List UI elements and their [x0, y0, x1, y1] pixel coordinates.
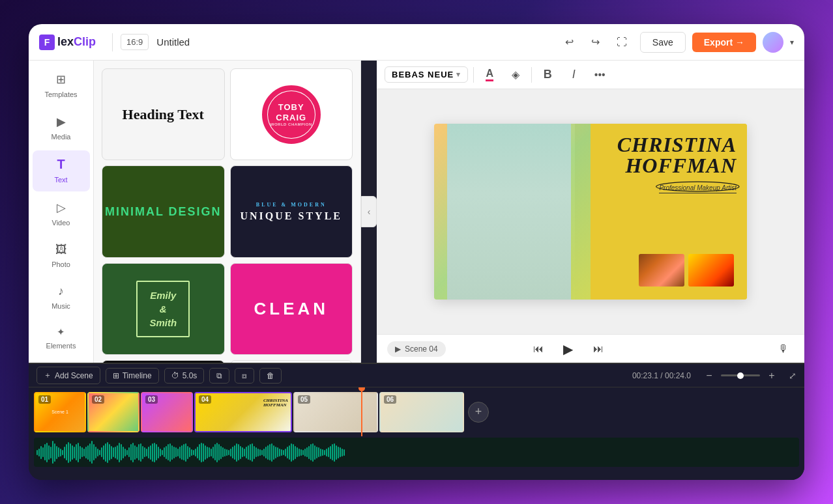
bold-button[interactable]: B [537, 64, 558, 85]
canvas-preview[interactable]: CHRISTINA HOFFMAN Professional Makeup Ar… [434, 124, 747, 300]
sidebar-label-elements: Elements [46, 342, 76, 350]
font-selector[interactable]: BEBAS NEUE ▾ [385, 66, 468, 83]
template-card-heading-text[interactable]: Heading Text [102, 68, 225, 160]
wave-bar [68, 442, 69, 463]
wave-bar [132, 443, 134, 462]
scene-thumb-3[interactable]: 03 [141, 392, 193, 432]
sidebar-item-text[interactable]: T Text [33, 150, 90, 191]
wave-bar [138, 444, 139, 460]
timeline-button[interactable]: ⊞ Timeline [106, 368, 159, 384]
scene-background: CHRISTINA HOFFMAN Professional Makeup Ar… [434, 124, 747, 300]
wave-bar [195, 449, 196, 456]
wave-bar [173, 447, 175, 458]
wave-bar [136, 447, 138, 458]
fullscreen-button[interactable]: ⛶ [611, 32, 632, 53]
aspect-ratio[interactable]: 16:9 [121, 34, 149, 50]
duplicate-button[interactable]: ⧈ [235, 368, 254, 384]
sidebar-item-elements[interactable]: ✦ Elements [33, 320, 90, 357]
template-card-minimal-design[interactable]: MINIMAL DESIGN [102, 165, 225, 257]
wave-bar [37, 450, 38, 455]
wave-bar [289, 445, 290, 460]
play-pause-button[interactable]: ▶ [557, 337, 580, 361]
zoom-slider[interactable] [721, 374, 760, 376]
export-button[interactable]: Export → [692, 33, 756, 52]
project-title[interactable]: Untitled [156, 36, 551, 48]
skip-back-button[interactable]: ⏮ [528, 339, 549, 359]
zoom-in-button[interactable]: + [764, 368, 780, 384]
highlight-button[interactable]: ◈ [505, 64, 526, 85]
wave-bar [242, 447, 243, 457]
template-card-emily-smith[interactable]: Emily&Smith [102, 263, 225, 355]
undo-button[interactable]: ↩ [559, 32, 580, 53]
expand-timeline-button[interactable]: ⤢ [789, 371, 796, 381]
wave-bar [267, 445, 269, 460]
template-minimal-design-label: MINIMAL DESIGN [105, 205, 222, 219]
audio-wave [34, 438, 799, 467]
zoom-out-button[interactable]: − [701, 368, 717, 384]
wave-bar [78, 443, 79, 462]
wave-bar [103, 445, 104, 460]
scene-thumb-6[interactable]: 06 [379, 392, 464, 432]
duration-button[interactable]: ⏱ 5.0s [164, 368, 205, 384]
scene-thumb-4[interactable]: 04 CHRISTINAHOFFMAN [194, 392, 292, 432]
sidebar-item-media[interactable]: ▶ Media [33, 108, 90, 148]
scene-num-3: 03 [145, 395, 158, 404]
wave-bar [332, 444, 333, 460]
timeline-toolbar: ＋ Add Scene ⊞ Timeline ⏱ 5.0s ⧉ ⧈ 🗑 00:2… [29, 364, 804, 387]
scene-thumb-2[interactable]: 02 [87, 392, 139, 432]
scene-thumb-1[interactable]: 01 Scene 1 [34, 392, 86, 432]
wave-bar [263, 449, 265, 456]
sidebar-item-video[interactable]: ▷ Video [33, 194, 90, 234]
wave-bar [295, 446, 296, 459]
wave-bar [236, 443, 237, 462]
wave-bar [119, 443, 120, 462]
scene-thumb-5[interactable]: 05 [293, 392, 378, 432]
wave-bar [134, 445, 136, 460]
wave-bar [232, 447, 233, 458]
redo-button[interactable]: ↪ [585, 32, 606, 53]
more-options-button[interactable]: ••• [589, 64, 610, 85]
wave-bar [310, 444, 312, 460]
scene-text-area: CHRISTINA HOFFMAN Professional Makeup Ar… [617, 134, 737, 193]
add-scene-track-button[interactable]: + [468, 402, 489, 423]
template-card-toby-craig[interactable]: TOBYCRAIG WORLD CHAMPION [230, 68, 353, 160]
wave-bar [240, 446, 241, 459]
text-color-button[interactable]: A [479, 64, 500, 85]
wave-bar [97, 449, 98, 456]
wave-bar [169, 443, 171, 462]
photo-icon: 🖼 [55, 243, 67, 257]
save-button[interactable]: Save [640, 32, 686, 53]
templates-grid: Heading Text TOBYCRAIG WORLD CHAMPION MI… [94, 61, 360, 363]
italic-button[interactable]: I [563, 64, 584, 85]
wave-bar [277, 447, 278, 457]
microphone-button[interactable]: 🎙 [773, 339, 794, 359]
split-button[interactable]: ⧉ [209, 368, 229, 384]
wave-bar [304, 449, 306, 456]
wave-bar [212, 447, 214, 458]
wave-bar [70, 443, 71, 462]
wave-bar [187, 446, 188, 459]
profile-chevron-icon[interactable]: ▾ [790, 38, 794, 47]
sidebar-item-music[interactable]: ♪ Music [33, 278, 90, 317]
wave-bar [128, 447, 130, 457]
add-scene-button[interactable]: ＋ Add Scene [37, 367, 100, 384]
panel-collapse-button[interactable]: ‹ [361, 196, 377, 227]
wave-bar [199, 444, 200, 460]
template-card-clean[interactable]: CLEAN [230, 263, 353, 355]
template-card-unique-style[interactable]: BLUE & MODERN UNIQUE STYLE [230, 165, 353, 257]
avatar[interactable] [763, 32, 783, 53]
wave-bar [285, 449, 286, 456]
skip-forward-button[interactable]: ⏭ [588, 339, 609, 359]
toby-ring-decoration: TOBYCRAIG WORLD CHAMPION [262, 85, 321, 144]
wave-bar [328, 447, 329, 457]
wave-bar [146, 449, 147, 456]
sidebar-item-templates[interactable]: ⊞ Templates [33, 66, 90, 105]
sidebar-label-music: Music [51, 302, 70, 311]
wave-bar [123, 447, 124, 458]
wave-bar [99, 450, 100, 455]
scene-photos [639, 254, 734, 287]
delete-button[interactable]: 🗑 [259, 368, 282, 384]
wave-bar [166, 446, 167, 459]
emily-smith-content: Emily&Smith [136, 281, 190, 337]
sidebar-item-photo[interactable]: 🖼 Photo [33, 236, 90, 275]
